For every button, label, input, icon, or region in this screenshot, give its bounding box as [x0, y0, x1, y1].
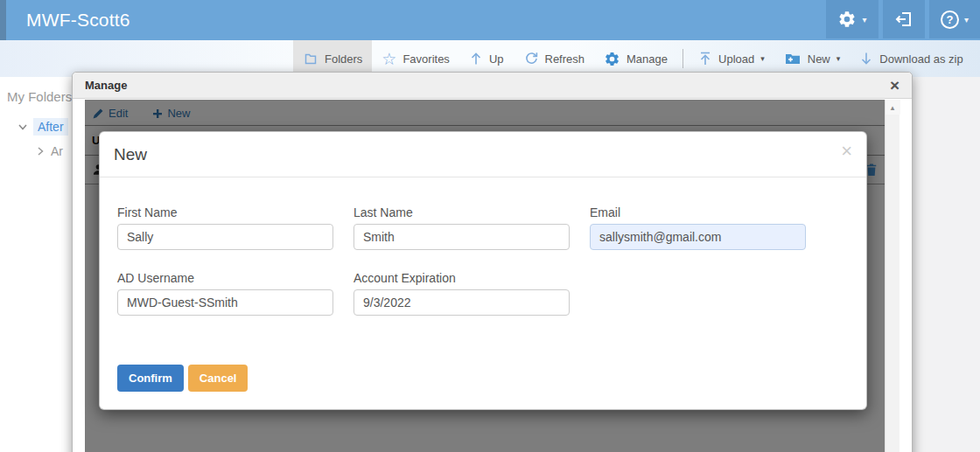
- caret-down-icon: ▾: [836, 54, 841, 63]
- help-button[interactable]: ? ▾: [929, 0, 980, 38]
- new-modal-header: New ×: [100, 132, 866, 177]
- ad-username-label: AD Username: [117, 271, 333, 285]
- caret-down-icon: ▾: [760, 54, 765, 63]
- email-field-group: Email: [590, 205, 806, 250]
- app-header: MWF-Scott6 ▾ ? ▾: [0, 0, 980, 40]
- chevron-right-icon: [35, 146, 46, 156]
- email-label: Email: [590, 205, 806, 219]
- help-icon: ?: [941, 10, 959, 29]
- help-caret-icon: ▾: [964, 15, 969, 24]
- last-name-field-group: Last Name: [354, 205, 570, 250]
- manage-scrollbar[interactable]: ▴: [885, 100, 900, 452]
- new-modal-body: First Name Last Name Email AD Username A…: [100, 177, 866, 407]
- cancel-button[interactable]: Cancel: [188, 365, 248, 392]
- ad-username-field-group: AD Username: [117, 271, 333, 316]
- logout-button[interactable]: [883, 0, 925, 38]
- arrow-up-icon: [469, 51, 483, 66]
- tree-item-label: Ar: [51, 144, 63, 158]
- toolbar-item-label: Download as zip: [879, 52, 962, 66]
- plus-icon: [152, 108, 163, 119]
- header-actions: ▾ ? ▾: [826, 0, 980, 38]
- last-name-input[interactable]: [354, 224, 570, 250]
- account-expiration-field-group: Account Expiration: [354, 271, 570, 316]
- toolbar-item-label: Upload: [718, 52, 754, 66]
- gear-icon: [604, 51, 620, 67]
- pencil-icon: [92, 108, 104, 120]
- new-user-button[interactable]: New: [152, 107, 190, 120]
- email-input[interactable]: [590, 224, 806, 250]
- manage-dialog-header: Manage ×: [73, 73, 912, 99]
- upload-icon: [698, 51, 712, 66]
- first-name-label: First Name: [117, 205, 333, 219]
- new-modal-close-icon[interactable]: ×: [841, 142, 852, 161]
- confirm-button[interactable]: Confirm: [117, 365, 184, 392]
- toolbar-item-label: Refresh: [545, 52, 585, 66]
- delete-user-button[interactable]: [865, 163, 878, 177]
- settings-button[interactable]: ▾: [826, 0, 878, 38]
- account-expiration-label: Account Expiration: [354, 271, 570, 285]
- first-name-input[interactable]: [117, 224, 333, 250]
- toolbar-item-label: New: [808, 52, 830, 66]
- chevron-down-icon: [18, 122, 28, 132]
- ad-username-input[interactable]: [117, 289, 333, 316]
- folders-icon: [303, 51, 318, 66]
- toolbar-item-label: Folders: [325, 52, 362, 66]
- toolbar-divider: [682, 49, 683, 68]
- toolbar-item-label: Manage: [626, 52, 668, 66]
- scroll-up-icon[interactable]: ▴: [886, 100, 900, 115]
- arrow-down-icon: [859, 51, 873, 66]
- edit-user-button[interactable]: Edit: [92, 107, 128, 120]
- gear-icon: [837, 10, 857, 29]
- app-title: MWF-Scott6: [26, 0, 130, 40]
- first-name-field-group: First Name: [117, 205, 333, 250]
- star-icon: ☆: [382, 51, 396, 67]
- account-expiration-input[interactable]: [354, 289, 570, 316]
- toolbar-item-label: Up: [489, 52, 504, 66]
- tree-item-label: After: [33, 118, 68, 136]
- users-grid-toolbar: Edit New: [85, 100, 885, 125]
- logout-icon: [893, 9, 914, 30]
- new-user-label: New: [167, 107, 190, 120]
- new-user-modal: New × First Name Last Name Email AD User…: [99, 131, 867, 410]
- edit-user-label: Edit: [108, 107, 128, 120]
- manage-close-icon[interactable]: ×: [890, 77, 900, 94]
- folder-plus-icon: [784, 51, 802, 66]
- settings-caret-icon: ▾: [862, 15, 866, 24]
- last-name-label: Last Name: [354, 205, 570, 219]
- toolbar-item-label: Favorites: [402, 52, 449, 66]
- new-modal-title: New: [114, 145, 147, 163]
- header-edge-stripe: [0, 0, 6, 40]
- refresh-icon: [523, 51, 539, 66]
- manage-dialog-title: Manage: [85, 79, 127, 92]
